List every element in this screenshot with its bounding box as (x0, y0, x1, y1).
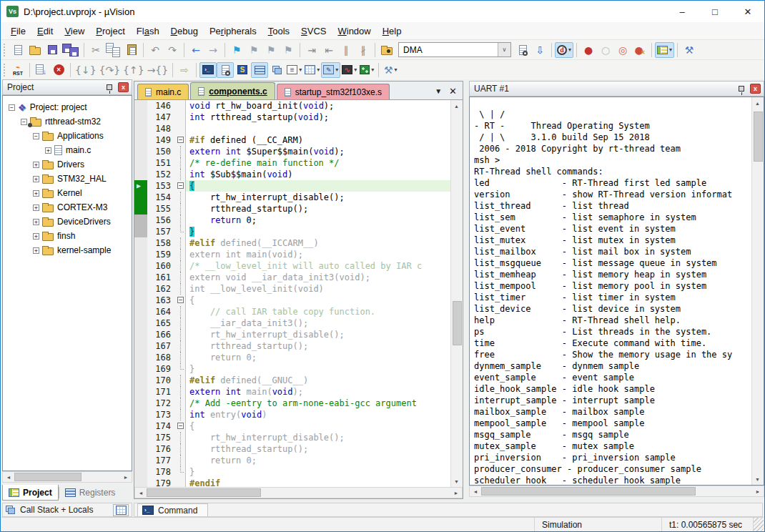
fold-marker[interactable]: − (176, 134, 186, 146)
scroll-right-icon[interactable]: ► (120, 472, 132, 482)
command-tab[interactable]: ›_ Command (137, 503, 208, 516)
combobox-dropdown-icon[interactable]: ∨ (498, 43, 510, 56)
project-tree[interactable]: −❖Project: project−rtthread-stm32−Applic… (2, 95, 132, 471)
close-button[interactable]: ✕ (731, 1, 764, 22)
maximize-button[interactable]: □ (699, 1, 731, 22)
serial-windows-button[interactable]: ✎▾ (321, 62, 340, 78)
tree-item-project-project[interactable]: −❖Project: project (3, 100, 132, 114)
uart-terminal[interactable]: \ | /- RT - Thread Operating System / | … (469, 97, 764, 486)
run-button[interactable]: ↓ (33, 62, 50, 78)
cut-button[interactable]: ✂ (87, 42, 104, 58)
tree-item-main-c[interactable]: +main.c (3, 143, 132, 157)
scroll-right-icon[interactable]: ► (450, 488, 462, 498)
menu-item-window[interactable]: Window (332, 24, 376, 38)
reset-button[interactable]: ⌁RST (9, 62, 26, 78)
analysis-windows-button[interactable]: ∿▾ (340, 62, 358, 78)
tree-expander[interactable]: − (21, 119, 27, 125)
uart-panel-close-icon[interactable]: x (750, 84, 761, 94)
navigate-forward-button[interactable]: → (204, 42, 222, 58)
registers-window-button[interactable] (251, 62, 268, 78)
indent-button[interactable]: ⇥ (303, 42, 320, 58)
toolbox-button[interactable]: ⚒▾ (382, 62, 399, 78)
save-all-button[interactable] (61, 42, 81, 58)
menu-item-edit[interactable]: Edit (31, 24, 59, 38)
disassembly-window-button[interactable] (217, 62, 234, 78)
uart-vertical-scrollbar[interactable]: ▲ ▼ (751, 97, 764, 485)
scroll-left-icon[interactable]: ◄ (3, 472, 14, 482)
new-file-button[interactable] (9, 42, 26, 58)
step-button[interactable]: {↓} (74, 62, 98, 78)
scrollbar-thumb[interactable] (754, 112, 763, 162)
tree-item-cortex-m3[interactable]: +CORTEX-M3 (3, 200, 132, 215)
kill-all-breakpoints-button[interactable]: ●✕ (631, 42, 648, 58)
start-stop-debug-button[interactable]: d▾ (555, 42, 573, 58)
code-area[interactable]: 146void rt_hw_board_init(void);147int rt… (134, 100, 463, 487)
scroll-up-icon[interactable]: ▲ (451, 100, 462, 112)
editor-vertical-scrollbar[interactable]: ▲ ▼ (450, 100, 463, 487)
tree-expander[interactable]: + (33, 176, 39, 182)
menu-item-flash[interactable]: Flash (131, 24, 165, 38)
call-stack-bar[interactable]: Call Stack + Locals (2, 503, 132, 517)
open-file-button[interactable] (26, 42, 44, 58)
tree-expander[interactable]: + (33, 219, 39, 225)
scroll-right-icon[interactable]: ► (752, 486, 764, 496)
menu-item-view[interactable]: View (59, 24, 90, 38)
editor-tab-components-c[interactable]: components.c (190, 82, 275, 99)
memory-window-button[interactable] (113, 504, 129, 516)
scroll-left-icon[interactable]: ◄ (470, 486, 481, 496)
configure-target-button[interactable]: ⚒ (681, 42, 698, 58)
tree-item-drivers[interactable]: +Drivers (3, 157, 132, 172)
tree-expander[interactable]: − (33, 133, 39, 139)
system-viewer-button[interactable]: ▾ (358, 62, 375, 78)
disable-all-breakpoints-button[interactable]: ◎ (614, 42, 631, 58)
fold-marker[interactable]: − (176, 180, 186, 192)
fold-marker[interactable]: − (176, 420, 186, 432)
tree-item-applications[interactable]: −Applications (3, 129, 132, 143)
menu-item-debug[interactable]: Debug (165, 24, 204, 38)
window-layout-button[interactable]: ▾ (655, 42, 674, 58)
menu-item-file[interactable]: File (5, 24, 31, 38)
insert-breakpoint-button[interactable]: ● (580, 42, 597, 58)
scrollbar-thumb[interactable] (481, 487, 696, 496)
undo-button[interactable]: ↶ (147, 42, 164, 58)
command-window-button[interactable]: ›_ (199, 62, 217, 78)
project-horizontal-scrollbar[interactable]: ◄ ► (2, 471, 132, 483)
scrollbar-thumb[interactable] (453, 301, 462, 345)
stop-button[interactable]: ✕ (50, 62, 67, 78)
paste-button[interactable] (123, 42, 140, 58)
comment-button[interactable]: ∥ (337, 42, 355, 58)
tree-expander[interactable]: − (9, 104, 15, 111)
save-button[interactable] (44, 42, 61, 58)
menu-item-svcs[interactable]: SVCS (295, 24, 332, 38)
tree-expander[interactable]: + (33, 247, 39, 254)
tree-item-devicedrivers[interactable]: +DeviceDrivers (3, 215, 132, 229)
editor-close-icon[interactable]: ✕ (449, 86, 457, 97)
menu-item-peripherals[interactable]: Peripherals (204, 24, 262, 38)
step-over-button[interactable]: {↷} (98, 62, 122, 78)
copy-button[interactable] (104, 42, 123, 58)
project-panel-close-icon[interactable]: x (118, 82, 129, 92)
unindent-button[interactable]: ⇤ (320, 42, 337, 58)
resize-grip[interactable] (754, 518, 764, 531)
editor-horizontal-scrollbar[interactable]: ◄ ► (134, 487, 463, 498)
tree-item-kernel-sample[interactable]: +kernel-sample (3, 243, 132, 257)
symbols-window-button[interactable]: S (234, 62, 251, 78)
scroll-up-icon[interactable]: ▲ (752, 97, 763, 109)
watch-windows-button[interactable]: ≡▾ (285, 62, 303, 78)
memory-windows-button[interactable]: ▾ (303, 62, 321, 78)
tree-expander[interactable]: + (33, 233, 39, 240)
menu-item-tools[interactable]: Tools (262, 24, 295, 38)
redo-button[interactable]: ↷ (164, 42, 181, 58)
scroll-left-icon[interactable]: ◄ (135, 488, 147, 498)
clear-bookmarks-button[interactable]: ⚑ (280, 42, 297, 58)
tree-item-finsh[interactable]: +finsh (3, 229, 132, 243)
tree-item-kernel[interactable]: +Kernel (3, 186, 132, 200)
scrollbar-thumb[interactable] (147, 488, 261, 497)
tree-expander[interactable]: + (33, 162, 39, 168)
scrollbar-thumb[interactable] (14, 473, 82, 481)
incremental-find-button[interactable]: ⇩ (531, 42, 548, 58)
enable-disable-breakpoint-button[interactable]: ○ (597, 42, 614, 58)
fold-marker[interactable]: − (176, 295, 186, 306)
editor-tab-main-c[interactable]: main.c (137, 84, 189, 99)
scroll-down-icon[interactable]: ▼ (752, 473, 763, 485)
